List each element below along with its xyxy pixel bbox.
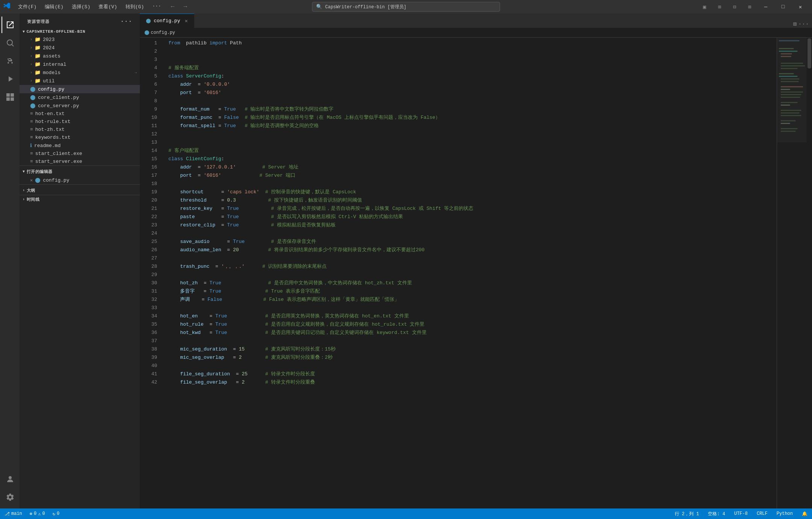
- explorer-root[interactable]: ▼ CAPSWRITER-OFFLINE-BIN: [20, 28, 140, 35]
- sidebar-item-readme[interactable]: ℹ readme.md: [20, 141, 140, 150]
- sidebar-item-models[interactable]: › 📁 models →: [20, 68, 140, 77]
- code-line: [162, 56, 777, 64]
- sidebar-item-hot-en[interactable]: ≡ hot-en.txt: [20, 110, 140, 118]
- code-line: port = '6016' # Server 端口: [162, 171, 777, 180]
- titlebar: 文件(F) 编辑(E) 选择(S) 查看(V) 转到(G) ··· ← → 🔍 …: [0, 0, 812, 14]
- menu-more[interactable]: ···: [148, 2, 165, 12]
- outline-header[interactable]: › 大纲: [20, 186, 140, 195]
- file-label: hot-zh.txt: [35, 127, 65, 132]
- menu-select[interactable]: 选择(S): [68, 2, 94, 12]
- status-left: ⎇ main ⊗ 0 ⚠ 0 ↻ 0: [3, 511, 61, 517]
- language-status[interactable]: Python: [775, 511, 794, 516]
- sidebar-item-hot-rule[interactable]: ≡ hot-rule.txt: [20, 118, 140, 126]
- sidebar-item-keywords[interactable]: ≡ keywords.txt: [20, 134, 140, 141]
- nav-forward-button[interactable]: →: [180, 2, 190, 12]
- encoding-text: UTF-8: [734, 511, 748, 516]
- open-editors-header[interactable]: ▼ 打开的编辑器: [20, 167, 140, 176]
- activity-explorer[interactable]: [2, 17, 18, 33]
- code-line: class ServerConfig:: [162, 72, 777, 80]
- line-col-status[interactable]: 行 2，列 1: [673, 511, 701, 517]
- code-line: restore_key = True # 录音完成，松开按键后，是否自动再按一遍…: [162, 205, 777, 213]
- layout-icon-3[interactable]: ⊟: [727, 0, 742, 14]
- sidebar-item-2023[interactable]: › 📁 2023: [20, 35, 140, 44]
- sidebar-item-util[interactable]: › 📁 util: [20, 77, 140, 85]
- errors-status[interactable]: ⊗ 0 ⚠ 0: [28, 511, 47, 517]
- source-control-count[interactable]: ↻ 0: [51, 511, 61, 517]
- sidebar-item-hot-zh[interactable]: ≡ hot-zh.txt: [20, 126, 140, 134]
- file-label: start_client.exe: [35, 151, 82, 156]
- sidebar-item-internal[interactable]: › 📁 internal: [20, 60, 140, 68]
- file-icon: ℹ: [30, 143, 32, 149]
- activity-source-control[interactable]: [2, 53, 18, 69]
- layout-icon-2[interactable]: ⊞: [712, 0, 727, 14]
- code-line: format_num = True # 输出时是否将中文数字转为阿拉伯数字: [162, 105, 777, 114]
- file-icon: ≡: [30, 119, 33, 124]
- menu-view[interactable]: 查看(V): [95, 2, 121, 12]
- line-ending-status[interactable]: CRLF: [755, 511, 769, 516]
- menu-file[interactable]: 文件(F): [14, 2, 40, 12]
- svg-rect-3: [11, 93, 14, 97]
- menu-edit[interactable]: 编辑(E): [41, 2, 67, 12]
- code-line: hot_rule = True # 是否启用自定义规则替换，自定义规则存储在 h…: [162, 320, 777, 329]
- sidebar-item-assets[interactable]: › 📁 assets: [20, 52, 140, 60]
- activity-accounts[interactable]: [2, 471, 18, 487]
- sidebar-item-config-py[interactable]: ⬤ config.py: [20, 85, 140, 93]
- search-icon: 🔍: [316, 4, 322, 10]
- code-line: [162, 271, 777, 279]
- activity-run[interactable]: [2, 71, 18, 87]
- sidebar-item-core-client[interactable]: ⬤ core_client.py: [20, 93, 140, 102]
- breadcrumb-file[interactable]: config.py: [151, 30, 175, 35]
- encoding-status[interactable]: UTF-8: [733, 511, 749, 516]
- split-editor-icon[interactable]: ⊞: [793, 20, 797, 28]
- code-line: hot_kwd = True # 是否启用关键词日记功能，自定义关键词存储在 k…: [162, 329, 777, 337]
- open-editor-config-py[interactable]: ✕ ⬤ config.py: [20, 176, 140, 184]
- vertical-scrollbar[interactable]: [807, 38, 812, 508]
- sidebar-title: 资源管理器: [27, 19, 50, 24]
- warning-count: 0: [42, 511, 45, 516]
- chevron-right-icon: ›: [23, 188, 25, 193]
- minimize-button[interactable]: —: [757, 0, 774, 14]
- code-line: [162, 229, 777, 238]
- tab-config-py[interactable]: ⬤ config.py ✕: [140, 14, 194, 28]
- code-line: class ClientConfig:: [162, 155, 777, 163]
- scrollbar-thumb[interactable]: [807, 38, 811, 68]
- sidebar-item-start-server[interactable]: ≡ start_server.exe: [20, 158, 140, 165]
- maximize-button[interactable]: □: [774, 0, 792, 14]
- folder-icon: 📁: [35, 70, 41, 76]
- svg-point-6: [9, 476, 12, 479]
- sidebar-item-2024[interactable]: › 📁 2024: [20, 44, 140, 52]
- code-content[interactable]: from pathlib import Path # 服务端配置 class S…: [162, 38, 777, 508]
- timeline-header[interactable]: › 时间线: [20, 195, 140, 204]
- code-line: [162, 304, 777, 312]
- spaces-status[interactable]: 空格: 4: [706, 511, 727, 517]
- code-line: [162, 138, 777, 147]
- more-actions-icon[interactable]: ···: [798, 21, 809, 27]
- line-col-text: 行 2，列 1: [675, 511, 699, 517]
- window-controls: ▣ ⊞ ⊟ ⊞ — □ ✕: [697, 0, 809, 14]
- sidebar-item-start-client[interactable]: ≡ start_client.exe: [20, 150, 140, 158]
- close-icon[interactable]: ✕: [30, 178, 33, 183]
- nav-back-button[interactable]: ←: [168, 2, 177, 12]
- git-branch-name: main: [11, 511, 22, 516]
- source-control-status[interactable]: ⎇ main: [3, 511, 24, 517]
- folder-label: assets: [43, 53, 61, 59]
- timeline-section: › 时间线: [20, 195, 140, 204]
- warning-icon: ⚠: [38, 511, 41, 517]
- code-line: shortcut = 'caps lock' # 控制录音的快捷键，默认是 Ca…: [162, 188, 777, 196]
- sidebar-item-core-server[interactable]: ⬤ core_server.py: [20, 102, 140, 110]
- sidebar-more-icon[interactable]: ···: [120, 18, 132, 25]
- activity-settings[interactable]: [2, 489, 18, 505]
- expand-arrow-icon: →: [135, 71, 137, 75]
- menu-goto[interactable]: 转到(G): [122, 2, 148, 12]
- search-text: CapsWriter-offline-bin [管理员]: [325, 4, 406, 10]
- tab-close-icon[interactable]: ✕: [185, 18, 188, 24]
- search-bar[interactable]: 🔍 CapsWriter-offline-bin [管理员]: [312, 2, 500, 12]
- close-button[interactable]: ✕: [792, 0, 809, 14]
- file-label: readme.md: [34, 143, 61, 149]
- notifications-status[interactable]: 🔔: [800, 511, 809, 517]
- sidebar-header: 资源管理器 ···: [20, 14, 140, 28]
- activity-extensions[interactable]: [2, 89, 18, 105]
- layout-icon-1[interactable]: ▣: [697, 0, 712, 14]
- activity-search[interactable]: [2, 35, 18, 51]
- layout-icon-4[interactable]: ⊞: [742, 0, 757, 14]
